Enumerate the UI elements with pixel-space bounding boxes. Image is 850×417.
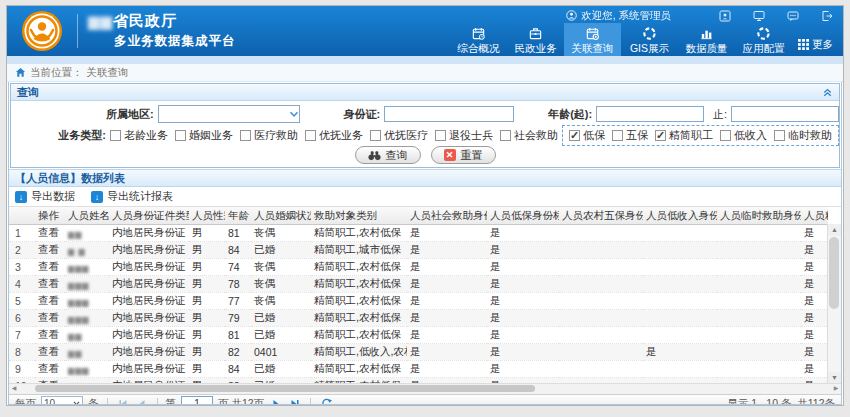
checkbox-option[interactable]: 优抚业务 <box>305 128 363 143</box>
search-button-label: 查询 <box>386 148 408 163</box>
next-page-button[interactable] <box>269 399 283 406</box>
nav-item-app-config[interactable]: 应用配置 <box>735 23 792 56</box>
cell-dibao-flag: 是 <box>487 327 559 344</box>
nav-item-civil-affairs[interactable]: 民政业务 <box>507 23 564 56</box>
collapse-panel-icon[interactable] <box>822 87 833 98</box>
checkbox-input[interactable] <box>305 130 316 141</box>
checkbox-input[interactable] <box>240 130 251 141</box>
grid-icon <box>798 39 809 50</box>
cell-temp-flag <box>717 310 801 327</box>
horizontal-scrollbar[interactable]: ◀ ▶ <box>9 383 841 394</box>
cell-id-type: 内地居民身份证 <box>109 242 189 259</box>
view-link[interactable]: 查看 <box>38 226 59 238</box>
view-link[interactable]: 查看 <box>38 328 59 340</box>
checkbox-input[interactable] <box>655 130 666 141</box>
view-link[interactable]: 查看 <box>38 277 59 289</box>
nav-item-gis[interactable]: GIS展示 <box>621 23 678 56</box>
name-cell: ▆▆▆ <box>65 276 109 293</box>
cell-marital: 丧偶 <box>251 276 311 293</box>
checkbox-option[interactable]: 五保 <box>612 128 648 143</box>
scroll-right-button[interactable]: ▶ <box>831 384 841 393</box>
export-data-button[interactable]: ↓ 导出数据 <box>15 189 75 204</box>
per-page-select[interactable]: 10 <box>41 396 83 405</box>
age-from-input[interactable] <box>596 106 704 122</box>
app-header: ▆▆省民政厅 多业务数据集成平台 欢迎您, 系统管理员 综合概 <box>7 6 843 56</box>
calendar-overview-icon <box>471 26 486 41</box>
monitor-icon[interactable] <box>753 10 765 22</box>
search-button[interactable]: 查询 <box>355 146 421 164</box>
page-prefix: 第 <box>166 397 177 406</box>
checkbox-input[interactable] <box>175 130 186 141</box>
table-row: 2查看▆ ▆内地居民身份证男84已婚精简职工,城市低保是是是 <box>9 242 828 259</box>
view-link[interactable]: 查看 <box>38 345 59 357</box>
vertical-scrollbar[interactable]: ▲ ▼ <box>827 224 841 384</box>
vertical-scroll-thumb[interactable] <box>829 237 839 309</box>
cell-jingjian-flag: 是 <box>801 344 828 361</box>
refresh-button[interactable] <box>319 398 334 405</box>
checkbox-input[interactable] <box>569 130 580 141</box>
region-label: 所属地区: <box>11 107 158 122</box>
last-page-button[interactable] <box>288 399 302 406</box>
checkbox-input[interactable] <box>774 130 785 141</box>
row-number: 4 <box>9 276 35 293</box>
scroll-up-button[interactable]: ▲ <box>828 224 841 236</box>
checkbox-option[interactable]: 老龄业务 <box>110 128 168 143</box>
cell-category: 精简职工,农村低保 <box>311 225 407 242</box>
row-number: 1 <box>9 225 35 242</box>
nav-label: 应用配置 <box>743 42 785 54</box>
download-icon: ↓ <box>91 191 103 203</box>
checkbox-option[interactable]: 优抚医疗 <box>370 128 428 143</box>
message-icon[interactable] <box>787 10 799 22</box>
cell-low-income-flag <box>643 327 717 344</box>
cell-low-income-flag <box>643 225 717 242</box>
header-accent-strip <box>7 56 843 64</box>
checkbox-input[interactable] <box>500 130 511 141</box>
reset-button[interactable]: ✕ 重置 <box>431 146 496 164</box>
view-link[interactable]: 查看 <box>38 243 59 255</box>
horizontal-scroll-thumb[interactable] <box>35 385 535 392</box>
cell-category: 精简职工,城市低保 <box>311 242 407 259</box>
region-select[interactable] <box>158 105 301 123</box>
checkbox-input[interactable] <box>612 130 623 141</box>
cell-temp-flag <box>717 225 801 242</box>
col-age: 年龄 <box>225 207 251 225</box>
id-badge-icon[interactable] <box>719 10 731 22</box>
prev-page-button[interactable] <box>135 399 149 406</box>
export-report-button[interactable]: ↓ 导出统计报表 <box>91 189 173 204</box>
checkbox-option[interactable]: 精简职工 <box>655 128 713 143</box>
cell-gender: 男 <box>189 242 225 259</box>
view-link[interactable]: 查看 <box>38 311 59 323</box>
nav-item-more[interactable]: 更多 <box>792 23 843 56</box>
breadcrumb-current[interactable]: 关联查询 <box>87 66 129 80</box>
checkbox-input[interactable] <box>435 130 446 141</box>
view-link[interactable]: 查看 <box>38 294 59 306</box>
age-to-input[interactable] <box>731 106 839 122</box>
checkbox-option[interactable]: 婚姻业务 <box>175 128 233 143</box>
checkbox-option[interactable]: 医疗救助 <box>240 128 298 143</box>
logout-icon[interactable] <box>821 10 833 22</box>
scroll-left-button[interactable]: ◀ <box>9 384 19 393</box>
checkbox-input[interactable] <box>110 130 121 141</box>
first-page-button[interactable] <box>116 399 130 406</box>
nav-item-related-query[interactable]: 关联查询 <box>564 23 621 56</box>
name-cell: ▆▆ <box>65 327 109 344</box>
view-link[interactable]: 查看 <box>38 362 59 374</box>
page-number-input[interactable] <box>181 396 213 406</box>
checkbox-input[interactable] <box>370 130 381 141</box>
nav-item-data-quality[interactable]: 数据质量 <box>678 23 735 56</box>
cell-category: 精简职工,农村低保 <box>311 293 407 310</box>
reset-x-icon: ✕ <box>444 149 456 161</box>
id-card-input[interactable] <box>384 106 514 122</box>
checkbox-option[interactable]: 低保 <box>569 128 605 143</box>
view-link[interactable]: 查看 <box>38 260 59 272</box>
pagination-summary: 显示 1 - 10 条, 共112条 <box>727 397 835 406</box>
checkbox-option[interactable]: 低收入 <box>720 128 767 143</box>
checkbox-input[interactable] <box>720 130 731 141</box>
checkbox-option[interactable]: 退役士兵 <box>435 128 493 143</box>
checkbox-option[interactable]: 社会救助 <box>500 128 558 143</box>
checkbox-option[interactable]: 临时救助 <box>774 128 832 143</box>
page-total: 页 共12页 <box>218 397 264 406</box>
nav-item-overview[interactable]: 综合概况 <box>450 23 507 56</box>
cell-category: 精简职工,农村低保 <box>311 276 407 293</box>
cell-wubao-flag <box>559 259 643 276</box>
